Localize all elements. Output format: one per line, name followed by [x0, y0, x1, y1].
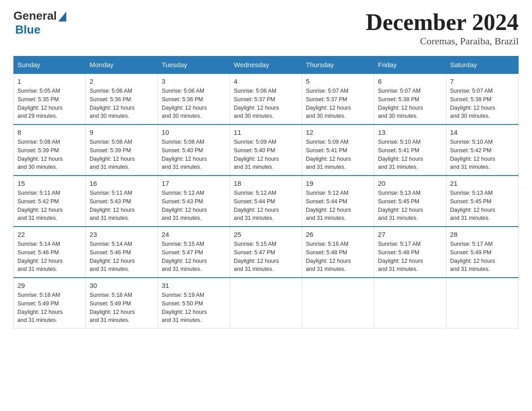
day-number: 29 — [17, 282, 82, 289]
day-number: 16 — [90, 180, 154, 187]
calendar-cell: 3 Sunrise: 5:06 AMSunset: 5:36 PMDayligh… — [158, 73, 230, 124]
title-block: December 2024 Coremas, Paraiba, Brazil — [366, 9, 519, 47]
calendar-cell: 25 Sunrise: 5:15 AMSunset: 5:47 PMDaylig… — [230, 227, 302, 278]
day-info: Sunrise: 5:07 AMSunset: 5:38 PMDaylight:… — [450, 87, 515, 120]
day-info: Sunrise: 5:08 AMSunset: 5:40 PMDaylight:… — [162, 138, 226, 171]
day-number: 11 — [234, 128, 298, 136]
day-info: Sunrise: 5:11 AMSunset: 5:43 PMDaylight:… — [90, 189, 154, 223]
calendar-cell: 23 Sunrise: 5:14 AMSunset: 5:46 PMDaylig… — [86, 227, 158, 278]
calendar-cell: 17 Sunrise: 5:12 AMSunset: 5:43 PMDaylig… — [158, 176, 230, 227]
day-number: 18 — [234, 180, 298, 187]
calendar-cell: 8 Sunrise: 5:08 AMSunset: 5:39 PMDayligh… — [14, 124, 86, 176]
day-number: 22 — [17, 231, 82, 238]
calendar-week-row: 29 Sunrise: 5:18 AMSunset: 5:49 PMDaylig… — [14, 278, 519, 329]
day-info: Sunrise: 5:13 AMSunset: 5:45 PMDaylight:… — [450, 189, 515, 223]
logo-general-text: General — [13, 9, 57, 23]
day-number: 30 — [90, 282, 154, 289]
calendar-cell: 5 Sunrise: 5:07 AMSunset: 5:37 PMDayligh… — [302, 73, 374, 124]
day-number: 3 — [162, 77, 226, 85]
day-info: Sunrise: 5:12 AMSunset: 5:44 PMDaylight:… — [306, 189, 370, 223]
day-number: 5 — [306, 77, 370, 85]
day-info: Sunrise: 5:18 AMSunset: 5:49 PMDaylight:… — [17, 291, 82, 325]
day-info: Sunrise: 5:18 AMSunset: 5:49 PMDaylight:… — [90, 291, 154, 325]
page-title: December 2024 — [366, 9, 519, 35]
day-info: Sunrise: 5:14 AMSunset: 5:46 PMDaylight:… — [17, 240, 82, 274]
calendar-cell: 29 Sunrise: 5:18 AMSunset: 5:49 PMDaylig… — [14, 278, 86, 329]
calendar-header-row: SundayMondayTuesdayWednesdayThursdayFrid… — [14, 56, 519, 74]
day-number: 21 — [450, 180, 515, 187]
day-number: 31 — [162, 282, 226, 289]
calendar-week-row: 22 Sunrise: 5:14 AMSunset: 5:46 PMDaylig… — [14, 227, 519, 278]
calendar-cell: 22 Sunrise: 5:14 AMSunset: 5:46 PMDaylig… — [14, 227, 86, 278]
day-info: Sunrise: 5:08 AMSunset: 5:39 PMDaylight:… — [17, 138, 82, 171]
day-info: Sunrise: 5:12 AMSunset: 5:43 PMDaylight:… — [162, 189, 226, 223]
calendar-cell — [302, 278, 374, 329]
day-info: Sunrise: 5:06 AMSunset: 5:36 PMDaylight:… — [162, 87, 226, 120]
calendar-cell: 13 Sunrise: 5:10 AMSunset: 5:41 PMDaylig… — [374, 124, 446, 176]
day-info: Sunrise: 5:11 AMSunset: 5:42 PMDaylight:… — [17, 189, 82, 223]
day-info: Sunrise: 5:15 AMSunset: 5:47 PMDaylight:… — [234, 240, 298, 274]
day-info: Sunrise: 5:15 AMSunset: 5:47 PMDaylight:… — [162, 240, 226, 274]
calendar-week-row: 8 Sunrise: 5:08 AMSunset: 5:39 PMDayligh… — [14, 124, 519, 176]
calendar-cell — [374, 278, 446, 329]
day-number: 10 — [162, 128, 226, 136]
calendar-cell: 20 Sunrise: 5:13 AMSunset: 5:45 PMDaylig… — [374, 176, 446, 227]
column-header-tuesday: Tuesday — [158, 56, 230, 74]
calendar-week-row: 15 Sunrise: 5:11 AMSunset: 5:42 PMDaylig… — [14, 176, 519, 227]
logo-triangle-icon — [58, 12, 66, 21]
day-info: Sunrise: 5:10 AMSunset: 5:41 PMDaylight:… — [378, 138, 442, 171]
calendar-cell: 28 Sunrise: 5:17 AMSunset: 5:49 PMDaylig… — [446, 227, 519, 278]
day-info: Sunrise: 5:17 AMSunset: 5:48 PMDaylight:… — [378, 240, 442, 274]
page-header: General Blue December 2024 Coremas, Para… — [13, 9, 519, 47]
calendar-table: SundayMondayTuesdayWednesdayThursdayFrid… — [13, 56, 519, 329]
day-info: Sunrise: 5:12 AMSunset: 5:44 PMDaylight:… — [234, 189, 298, 223]
calendar-cell: 6 Sunrise: 5:07 AMSunset: 5:38 PMDayligh… — [374, 73, 446, 124]
day-info: Sunrise: 5:09 AMSunset: 5:40 PMDaylight:… — [234, 138, 298, 171]
calendar-cell — [230, 278, 302, 329]
day-info: Sunrise: 5:16 AMSunset: 5:48 PMDaylight:… — [306, 240, 370, 274]
calendar-cell: 10 Sunrise: 5:08 AMSunset: 5:40 PMDaylig… — [158, 124, 230, 176]
calendar-cell: 19 Sunrise: 5:12 AMSunset: 5:44 PMDaylig… — [302, 176, 374, 227]
day-info: Sunrise: 5:06 AMSunset: 5:37 PMDaylight:… — [234, 87, 298, 120]
page-subtitle: Coremas, Paraiba, Brazil — [366, 35, 519, 47]
calendar-cell: 12 Sunrise: 5:09 AMSunset: 5:41 PMDaylig… — [302, 124, 374, 176]
day-number: 26 — [306, 231, 370, 238]
day-number: 14 — [450, 128, 515, 136]
calendar-cell: 7 Sunrise: 5:07 AMSunset: 5:38 PMDayligh… — [446, 73, 519, 124]
calendar-cell: 24 Sunrise: 5:15 AMSunset: 5:47 PMDaylig… — [158, 227, 230, 278]
calendar-cell: 11 Sunrise: 5:09 AMSunset: 5:40 PMDaylig… — [230, 124, 302, 176]
day-number: 6 — [378, 77, 442, 85]
day-number: 4 — [234, 77, 298, 85]
column-header-monday: Monday — [86, 56, 158, 74]
column-header-sunday: Sunday — [14, 56, 86, 74]
day-number: 20 — [378, 180, 442, 187]
svg-marker-0 — [58, 12, 66, 21]
column-header-saturday: Saturday — [446, 56, 519, 74]
calendar-cell: 1 Sunrise: 5:05 AMSunset: 5:35 PMDayligh… — [14, 73, 86, 124]
calendar-cell: 16 Sunrise: 5:11 AMSunset: 5:43 PMDaylig… — [86, 176, 158, 227]
day-info: Sunrise: 5:08 AMSunset: 5:39 PMDaylight:… — [90, 138, 154, 171]
calendar-cell: 4 Sunrise: 5:06 AMSunset: 5:37 PMDayligh… — [230, 73, 302, 124]
calendar-cell: 21 Sunrise: 5:13 AMSunset: 5:45 PMDaylig… — [446, 176, 519, 227]
day-info: Sunrise: 5:07 AMSunset: 5:37 PMDaylight:… — [306, 87, 370, 120]
calendar-cell: 18 Sunrise: 5:12 AMSunset: 5:44 PMDaylig… — [230, 176, 302, 227]
column-header-thursday: Thursday — [302, 56, 374, 74]
day-info: Sunrise: 5:17 AMSunset: 5:49 PMDaylight:… — [450, 240, 515, 274]
logo: General Blue — [13, 9, 66, 37]
day-number: 17 — [162, 180, 226, 187]
column-header-wednesday: Wednesday — [230, 56, 302, 74]
day-number: 25 — [234, 231, 298, 238]
calendar-cell: 9 Sunrise: 5:08 AMSunset: 5:39 PMDayligh… — [86, 124, 158, 176]
calendar-cell: 2 Sunrise: 5:06 AMSunset: 5:36 PMDayligh… — [86, 73, 158, 124]
calendar-week-row: 1 Sunrise: 5:05 AMSunset: 5:35 PMDayligh… — [14, 73, 519, 124]
day-info: Sunrise: 5:06 AMSunset: 5:36 PMDaylight:… — [90, 87, 154, 120]
day-info: Sunrise: 5:10 AMSunset: 5:42 PMDaylight:… — [450, 138, 515, 171]
day-number: 23 — [90, 231, 154, 238]
calendar-cell: 14 Sunrise: 5:10 AMSunset: 5:42 PMDaylig… — [446, 124, 519, 176]
day-number: 1 — [17, 77, 82, 85]
calendar-cell — [446, 278, 519, 329]
day-number: 15 — [17, 180, 82, 187]
calendar-cell: 26 Sunrise: 5:16 AMSunset: 5:48 PMDaylig… — [302, 227, 374, 278]
day-number: 28 — [450, 231, 515, 238]
day-number: 13 — [378, 128, 442, 136]
